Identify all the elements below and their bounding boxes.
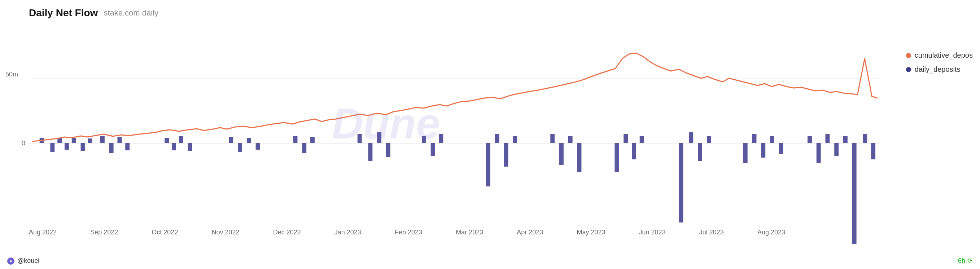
main-chart-svg	[29, 22, 879, 224]
bar	[50, 143, 54, 152]
bar	[125, 143, 129, 150]
bar	[752, 134, 757, 143]
bar	[779, 143, 783, 154]
bar	[707, 136, 711, 143]
bar	[172, 143, 176, 150]
legend-daily: daily_deposits	[906, 65, 973, 74]
bar	[229, 137, 233, 143]
y-label-0: 0	[22, 139, 25, 147]
bar	[422, 136, 426, 143]
bar	[770, 136, 774, 143]
bar	[761, 143, 765, 158]
x-label-jun2023: Jun 2023	[639, 229, 666, 236]
bar	[247, 138, 251, 143]
bar	[550, 134, 555, 143]
bar	[578, 143, 582, 172]
bar	[439, 134, 443, 143]
bar	[164, 138, 169, 143]
chart-title: Daily Net Flow	[29, 7, 98, 19]
chart-footer: ● @kouei	[7, 257, 39, 265]
user-avatar: ●	[7, 258, 14, 265]
bar	[81, 143, 85, 151]
chart-container: Daily Net Flow stake.com daily 50m 0 Dun…	[0, 0, 980, 269]
bar	[743, 143, 748, 163]
chart-subtitle: stake.com daily	[103, 8, 158, 18]
bar	[109, 143, 114, 153]
bar	[486, 143, 490, 187]
bar	[88, 138, 92, 143]
bar	[368, 143, 372, 161]
x-label-jul2023: Jul 2023	[699, 229, 724, 236]
bar	[640, 136, 644, 143]
x-label-aug2023: Aug 2023	[757, 229, 785, 236]
bar	[834, 143, 838, 156]
bar	[679, 143, 683, 223]
bar	[431, 143, 435, 156]
y-label-50m: 50m	[5, 71, 18, 78]
bar	[632, 143, 636, 159]
bar	[238, 143, 242, 152]
bar	[826, 134, 830, 143]
x-label-jan2023: Jan 2023	[334, 229, 361, 236]
bar	[689, 132, 693, 143]
bar	[568, 136, 573, 143]
bar	[188, 143, 192, 151]
bar	[302, 143, 306, 153]
x-label-sep2022: Sep 2022	[90, 229, 118, 236]
legend-label-daily: daily_deposits	[915, 65, 961, 74]
x-label-dec2022: Dec 2022	[273, 229, 301, 236]
legend-dot-daily	[906, 67, 911, 72]
x-label-apr2023: Apr 2023	[517, 229, 543, 236]
refresh-icon: ⟳	[967, 257, 973, 265]
legend-cumulative: cumulative_depos	[906, 51, 973, 60]
legend-label-cumulative: cumulative_depos	[915, 51, 973, 60]
bar	[816, 143, 821, 163]
bar	[256, 143, 260, 150]
bar	[495, 134, 500, 143]
chart-area: 50m 0 Dune	[29, 22, 879, 224]
bar	[358, 134, 362, 143]
bar	[871, 143, 875, 159]
bar	[377, 132, 382, 143]
bar	[852, 143, 857, 244]
bar	[513, 136, 517, 143]
cumulative-line	[32, 53, 877, 141]
refresh-time: 6h	[958, 257, 965, 265]
bar	[698, 143, 702, 161]
bar	[386, 143, 390, 157]
x-label-mar2023: Mar 2023	[456, 229, 483, 236]
chart-legend: cumulative_depos daily_deposits	[906, 51, 973, 74]
bar	[65, 143, 69, 150]
bar	[559, 143, 563, 165]
x-label-may2023: May 2023	[577, 229, 605, 236]
bar	[117, 137, 122, 143]
legend-dot-cumulative	[906, 53, 911, 58]
x-label-nov2022: Nov 2022	[212, 229, 239, 236]
x-label-feb2023: Feb 2023	[395, 229, 422, 236]
bar	[100, 136, 105, 143]
bar	[808, 136, 812, 143]
bar	[72, 138, 76, 143]
bar	[310, 137, 315, 143]
bar	[843, 136, 848, 143]
chart-header: Daily Net Flow stake.com daily	[29, 7, 973, 19]
bar	[624, 134, 628, 143]
bar	[504, 143, 508, 166]
x-label-aug2022: Aug 2022	[29, 229, 57, 236]
x-axis-labels: Aug 2022 Sep 2022 Oct 2022 Nov 2022 Dec …	[29, 229, 785, 236]
x-label-oct2022: Oct 2022	[151, 229, 178, 236]
bar	[614, 143, 619, 172]
refresh-indicator: 6h ⟳	[958, 257, 973, 265]
bar	[863, 134, 867, 143]
bar	[293, 136, 298, 143]
user-name: @kouei	[18, 257, 39, 265]
bar	[179, 136, 183, 143]
